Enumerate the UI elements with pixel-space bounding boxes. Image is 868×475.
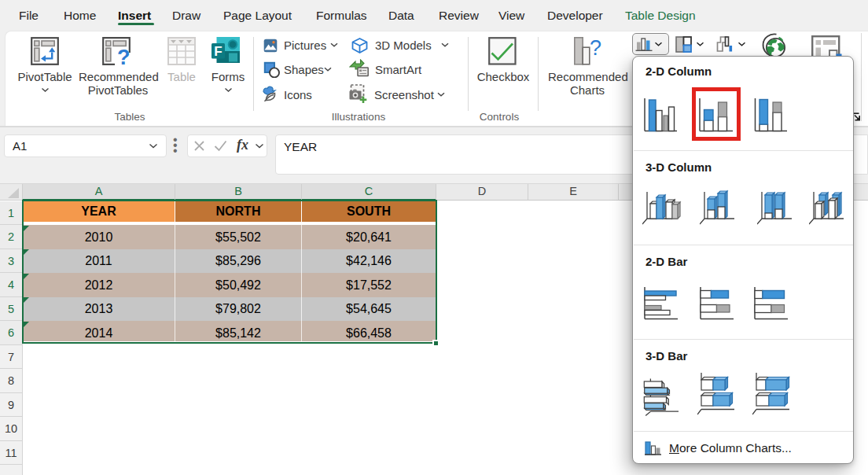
svg-text:?: ? <box>117 46 131 67</box>
svg-text:F: F <box>214 44 222 59</box>
svg-text:?: ? <box>590 36 601 60</box>
